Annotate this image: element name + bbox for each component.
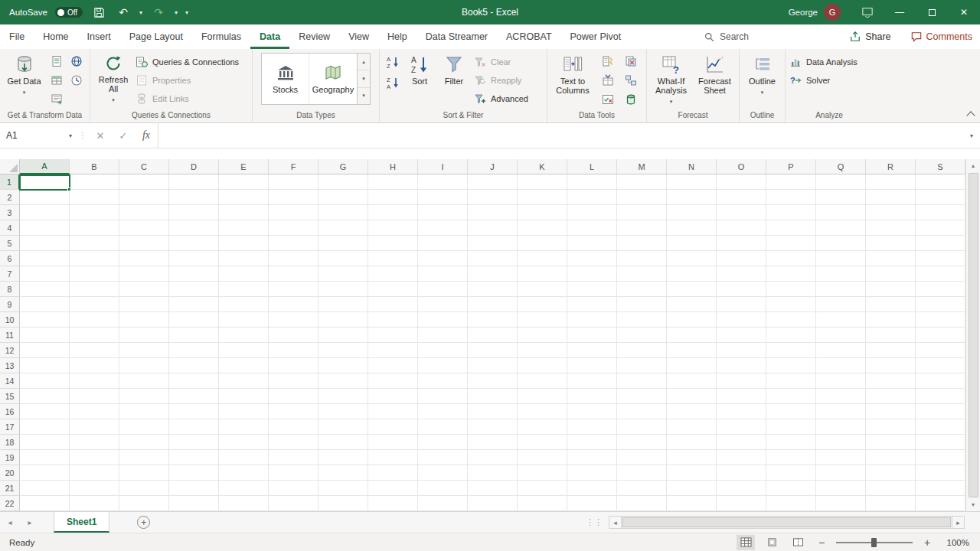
cell-M9[interactable]	[617, 297, 667, 312]
cell-K4[interactable]	[518, 220, 567, 236]
cell-N17[interactable]	[667, 419, 717, 435]
row-header-19[interactable]: 19	[0, 450, 20, 465]
close-button[interactable]: ✕	[948, 0, 980, 24]
data-validation-icon[interactable]	[601, 93, 615, 106]
cell-C18[interactable]	[119, 435, 169, 450]
column-header-F[interactable]: F	[269, 159, 318, 174]
cell-F9[interactable]	[269, 297, 318, 312]
cell-L1[interactable]	[567, 174, 617, 190]
cell-H5[interactable]	[368, 236, 418, 251]
cell-F1[interactable]	[269, 174, 318, 190]
cell-N7[interactable]	[667, 266, 717, 282]
horizontal-scrollbar-track[interactable]	[622, 516, 952, 529]
cell-J1[interactable]	[468, 174, 518, 190]
cell-J5[interactable]	[468, 236, 518, 251]
cell-Q17[interactable]	[816, 419, 866, 435]
row-header-21[interactable]: 21	[0, 481, 20, 496]
cell-I22[interactable]	[418, 496, 468, 511]
cell-F18[interactable]	[269, 435, 318, 450]
cell-Q6[interactable]	[816, 251, 866, 266]
cell-H22[interactable]	[368, 496, 418, 511]
advanced-filter-button[interactable]: Advanced	[473, 90, 528, 108]
cell-F5[interactable]	[269, 236, 318, 251]
cell-A7[interactable]	[20, 266, 70, 282]
column-header-R[interactable]: R	[866, 159, 916, 174]
cell-B11[interactable]	[70, 328, 119, 343]
cell-D17[interactable]	[169, 419, 219, 435]
remove-duplicates-icon[interactable]	[624, 54, 638, 68]
cell-J22[interactable]	[468, 496, 518, 511]
cell-Q4[interactable]	[816, 220, 866, 236]
cell-G6[interactable]	[318, 251, 368, 266]
cell-A19[interactable]	[20, 450, 70, 465]
cell-L19[interactable]	[567, 450, 617, 465]
column-header-M[interactable]: M	[617, 159, 667, 174]
cell-G12[interactable]	[318, 343, 368, 358]
cell-N2[interactable]	[667, 190, 717, 205]
cell-F4[interactable]	[269, 220, 318, 236]
cell-Q3[interactable]	[816, 205, 866, 220]
cell-M17[interactable]	[617, 419, 667, 435]
cell-O3[interactable]	[717, 205, 766, 220]
cell-R18[interactable]	[866, 435, 916, 450]
row-header-11[interactable]: 11	[0, 328, 20, 343]
cell-M4[interactable]	[617, 220, 667, 236]
cell-J4[interactable]	[468, 220, 518, 236]
cell-N9[interactable]	[667, 297, 717, 312]
cell-J6[interactable]	[468, 251, 518, 266]
cell-B4[interactable]	[70, 220, 119, 236]
cell-Q8[interactable]	[816, 282, 866, 297]
cell-Q11[interactable]	[816, 328, 866, 343]
cell-P21[interactable]	[766, 481, 816, 496]
cell-H10[interactable]	[368, 312, 418, 328]
sort-button[interactable]: AZ Sort	[404, 51, 435, 109]
cell-K22[interactable]	[518, 496, 567, 511]
undo-icon[interactable]: ↶	[115, 4, 132, 21]
cell-H1[interactable]	[368, 174, 418, 190]
cell-K7[interactable]	[518, 266, 567, 282]
cell-Q18[interactable]	[816, 435, 866, 450]
new-sheet-button[interactable]: +	[137, 516, 150, 529]
tab-insert[interactable]: Insert	[78, 24, 120, 49]
undo-dropdown-icon[interactable]: ▾	[139, 9, 142, 16]
cell-P10[interactable]	[766, 312, 816, 328]
cell-D6[interactable]	[169, 251, 219, 266]
cell-E20[interactable]	[219, 465, 269, 481]
cell-A15[interactable]	[20, 389, 70, 404]
cell-J11[interactable]	[468, 328, 518, 343]
cell-K5[interactable]	[518, 236, 567, 251]
cell-I19[interactable]	[418, 450, 468, 465]
cell-P5[interactable]	[766, 236, 816, 251]
cell-E9[interactable]	[219, 297, 269, 312]
column-header-H[interactable]: H	[368, 159, 418, 174]
cell-F3[interactable]	[269, 205, 318, 220]
horizontal-scrollbar[interactable]: ◂ ▸	[609, 512, 965, 533]
cell-N8[interactable]	[667, 282, 717, 297]
cell-M5[interactable]	[617, 236, 667, 251]
cell-Q20[interactable]	[816, 465, 866, 481]
tab-page-layout[interactable]: Page Layout	[120, 24, 192, 49]
cell-M3[interactable]	[617, 205, 667, 220]
cell-P1[interactable]	[766, 174, 816, 190]
cell-M12[interactable]	[617, 343, 667, 358]
zoom-slider[interactable]	[836, 537, 913, 548]
cell-L10[interactable]	[567, 312, 617, 328]
row-header-16[interactable]: 16	[0, 404, 20, 419]
row-header-18[interactable]: 18	[0, 435, 20, 450]
cell-D20[interactable]	[169, 465, 219, 481]
cell-I7[interactable]	[418, 266, 468, 282]
cell-P19[interactable]	[766, 450, 816, 465]
cell-K17[interactable]	[518, 419, 567, 435]
tab-review[interactable]: Review	[289, 24, 339, 49]
cell-S6[interactable]	[916, 251, 965, 266]
row-header-8[interactable]: 8	[0, 282, 20, 297]
cell-D12[interactable]	[169, 343, 219, 358]
cell-A22[interactable]	[20, 496, 70, 511]
cell-L18[interactable]	[567, 435, 617, 450]
cell-O7[interactable]	[717, 266, 766, 282]
cell-D11[interactable]	[169, 328, 219, 343]
cell-S11[interactable]	[916, 328, 965, 343]
cell-N5[interactable]	[667, 236, 717, 251]
cell-C19[interactable]	[119, 450, 169, 465]
cell-R20[interactable]	[866, 465, 916, 481]
